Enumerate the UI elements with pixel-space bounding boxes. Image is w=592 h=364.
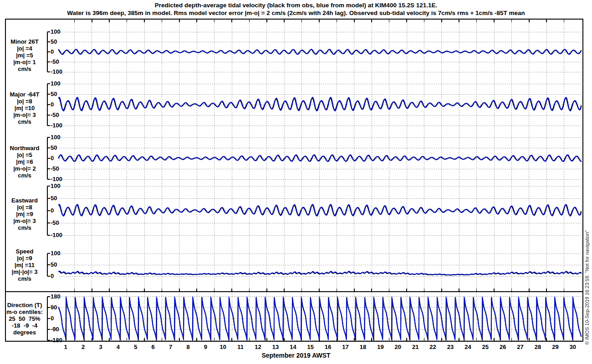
x-tick-label: 22 [426, 344, 440, 350]
y-tick-label: 100 [51, 29, 61, 35]
panel-label-line: |m| =11 [3, 262, 46, 268]
y-tick-label: 100 [51, 81, 61, 87]
x-tick-label: 26 [495, 344, 510, 350]
panel-label-eastward: Eastward|o| =8|m| =9|m-o|= 3cm/s [3, 197, 46, 231]
panel-label-line: cm/s [3, 275, 46, 282]
x-tick-label: 14 [286, 344, 300, 350]
y-tick-label: 50 [51, 262, 57, 268]
x-tick-label: 13 [268, 344, 283, 350]
y-tick-label: 100 [51, 250, 61, 257]
panel-label-line: Major -64T [3, 91, 46, 98]
y-tick-label: -50 [51, 59, 59, 65]
y-tick-label: -100 [51, 69, 62, 75]
panel-label-line: |m| =10 [3, 105, 46, 111]
panel-label-line: |m| =9 [3, 211, 46, 217]
panel-label-line: Northward [3, 145, 46, 152]
panel-label-line: cm/s [3, 118, 46, 125]
y-tick-label: -100 [51, 122, 62, 129]
panel-label-line: |o| =4 [3, 45, 46, 52]
y-tick-label: -50 [51, 112, 59, 118]
x-tick-label: 16 [321, 344, 335, 350]
y-tick-label: -100 [51, 232, 62, 238]
x-tick-label: 2 [76, 344, 91, 350]
x-tick-label: 30 [566, 344, 580, 350]
x-tick-label: 10 [216, 344, 230, 350]
y-tick-label: 90 [51, 304, 57, 311]
panel-label-line: m-o centiles: [3, 308, 46, 315]
x-tick-label: 21 [408, 344, 423, 350]
x-tick-label: 28 [531, 344, 545, 350]
plot-area [0, 0, 592, 364]
panel-label-line: |m-o|= 3 [3, 111, 46, 118]
y-tick-label: -50 [51, 166, 59, 172]
copyright-watermark: © IMOS 10-Sep-2019 16:23:59. "Not for na… [584, 230, 590, 345]
panel-label-line: degrees [3, 329, 46, 336]
panel-label-line: Direction (T) [3, 302, 46, 308]
y-tick-label: -50 [51, 220, 59, 226]
panel-label-line: |m| =5 [3, 52, 46, 59]
x-tick-label: 18 [356, 344, 370, 350]
x-tick-label: 6 [146, 344, 160, 350]
panel-label-speed: Speed|o| =9|m| =11|m|-|o|= 3cm/s [3, 248, 46, 282]
panel-label-line: |m|-|o|= 3 [3, 268, 46, 275]
x-tick-label: 9 [198, 344, 213, 350]
x-tick-label: 12 [251, 344, 265, 350]
panel-label-line: |o| =8 [3, 98, 46, 105]
y-tick-label: 0 [51, 207, 54, 214]
panel-label-northward: Northward|o| =5|m| =6|m-o|= 2cm/s [3, 145, 46, 179]
y-tick-label: -100 [51, 176, 62, 182]
panel-label-line: |o| =9 [3, 255, 46, 262]
x-tick-label: 8 [181, 344, 195, 350]
panel-label-minor: Minor 26T|o| =4|m| =5|m-o|= 1cm/s [3, 38, 46, 72]
x-axis-title: September 2019 AWST [0, 352, 592, 359]
y-tick-label: -180 [51, 337, 62, 344]
panel-label-direction: Direction (T)m-o centiles:25 50 75%-18 -… [3, 302, 46, 336]
panel-label-line: |m-o|= 2 [3, 165, 46, 172]
x-tick-label: 20 [391, 344, 405, 350]
x-tick-label: 1 [58, 344, 73, 350]
y-tick-label: 100 [51, 134, 61, 141]
y-tick-label: 0 [51, 101, 54, 108]
x-tick-label: 19 [373, 344, 388, 350]
panel-label-line: cm/s [3, 66, 46, 72]
y-tick-label: 100 [51, 183, 61, 189]
panel-label-line: |m| =6 [3, 158, 46, 165]
y-tick-label: -90 [51, 326, 59, 333]
y-tick-label: 50 [51, 195, 57, 202]
x-tick-label: 29 [548, 344, 562, 350]
panel-label-major: Major -64T|o| =8|m| =10|m-o|= 3cm/s [3, 91, 46, 125]
x-tick-label: 24 [460, 344, 475, 350]
y-tick-label: 0 [51, 49, 54, 55]
panel-label-line: |o| =5 [3, 152, 46, 158]
x-tick-label: 11 [233, 344, 248, 350]
y-tick-label: 50 [51, 91, 57, 97]
y-tick-label: 0 [51, 273, 54, 279]
panel-label-line: |m-o|= 3 [3, 217, 46, 224]
panel-label-line: 25 50 75% [3, 315, 46, 322]
x-tick-label: 27 [513, 344, 528, 350]
y-tick-label: 50 [51, 39, 57, 45]
y-tick-label: 0 [51, 315, 54, 322]
x-tick-label: 25 [478, 344, 493, 350]
y-tick-label: 0 [51, 155, 54, 162]
panel-label-line: cm/s [3, 224, 46, 231]
tidal-velocity-figure: Predicted depth-average tidal velocity (… [0, 0, 592, 364]
panel-label-line: Minor 26T [3, 38, 46, 45]
panel-label-line: Eastward [3, 197, 46, 204]
panel-label-line: |o| =8 [3, 204, 46, 211]
y-tick-label: 180 [51, 293, 61, 300]
x-tick-label: 17 [338, 344, 353, 350]
x-tick-label: 4 [111, 344, 125, 350]
x-tick-label: 23 [443, 344, 458, 350]
panel-label-line: cm/s [3, 172, 46, 179]
panel-label-line: -18 -9 -4 [3, 322, 46, 329]
x-tick-label: 7 [163, 344, 178, 350]
panel-label-line: |m-o|= 1 [3, 59, 46, 66]
x-tick-label: 5 [128, 344, 143, 350]
panel-label-line: Speed [3, 248, 46, 255]
x-tick-label: 15 [303, 344, 318, 350]
x-tick-label: 3 [93, 344, 108, 350]
y-tick-label: 50 [51, 145, 57, 151]
